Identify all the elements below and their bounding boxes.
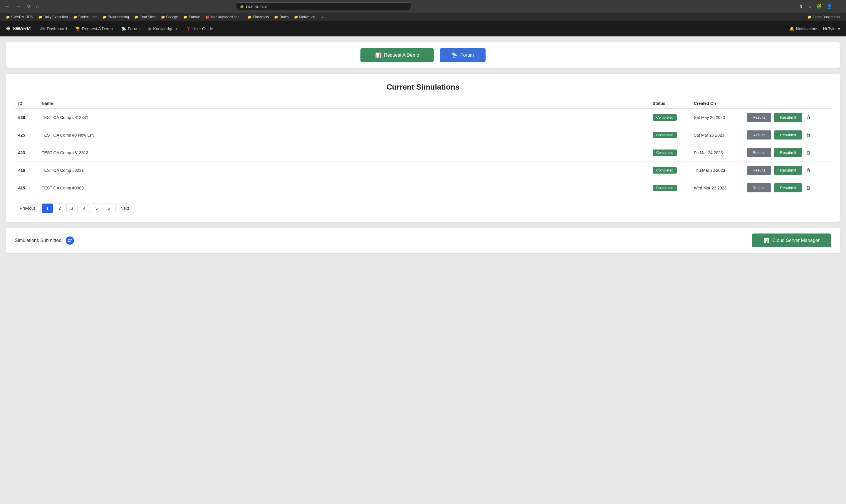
nav-user-guide[interactable]: ❓ User Guide (182, 24, 217, 34)
status-badge: Completed (653, 149, 677, 156)
help-icon: ❓ (186, 26, 191, 31)
cell-actions: Results Resubmit 🗑 (743, 126, 831, 144)
table-row: 528 TEST OA Comp #812341 Completed Sat M… (15, 108, 831, 126)
simulations-table: ID Name Status Created On 528 TEST OA Co… (15, 99, 831, 197)
column-created: Created On (690, 99, 743, 108)
page-2-button[interactable]: 2 (54, 203, 65, 213)
results-button[interactable]: Results (747, 166, 771, 175)
nav-forum[interactable]: 📡 Forum (118, 24, 143, 34)
column-id: ID (15, 99, 38, 108)
column-name: Name (38, 99, 649, 108)
page-6-button[interactable]: 6 (103, 203, 114, 213)
bookmarks-more-button[interactable]: » (319, 14, 326, 20)
other-bookmarks-button[interactable]: 📁 Other Bookmarks (805, 14, 843, 20)
submitted-label: Simulations Submitted: 27 (15, 236, 74, 245)
profile-icon[interactable]: 👤 (825, 3, 833, 10)
results-button[interactable]: Results (747, 148, 771, 157)
delete-button[interactable]: 🗑 (805, 184, 812, 192)
bookmark-cool-sites[interactable]: 📁 Cool Sites (132, 14, 158, 20)
folder-icon: 📁 (134, 15, 138, 19)
folder-icon: 📁 (161, 15, 165, 19)
forum-button[interactable]: 📡 Forum (440, 48, 486, 62)
trophy-icon: 🏆 (75, 26, 80, 31)
app-logo[interactable]: ✳ SWARM (6, 25, 31, 32)
cloud-server-manager-button[interactable]: 📊 Cloud Server Manager (752, 234, 831, 247)
share-icon[interactable]: ⬆ (798, 3, 804, 10)
previous-page-button[interactable]: Previous (15, 203, 40, 213)
notifications-button[interactable]: 🔔 Notifications (789, 26, 818, 31)
folder-icon: 📁 (183, 15, 187, 19)
resubmit-button[interactable]: Resubmit (774, 166, 802, 175)
cell-status: Completed (649, 162, 690, 179)
browser-toolbar: ← → ↺ ⌂ 🔒 swarmsim.io ⬆ ☆ 🧩 👤 ⋮ (0, 0, 846, 13)
action-card: 📊 Request A Demo 📡 Forum (6, 42, 840, 68)
bookmark-codex-labs[interactable]: 📁 Codex Labs (71, 14, 100, 20)
folder-icon: 📁 (38, 15, 42, 19)
results-button[interactable]: Results (747, 113, 771, 122)
delete-button[interactable]: 🗑 (805, 114, 812, 121)
next-page-button[interactable]: Next (115, 203, 134, 213)
bookmark-financials[interactable]: 📁 Financials (245, 14, 271, 20)
nav-knowledge[interactable]: ⊞ Knowledge (144, 24, 181, 34)
bookmark-motivation[interactable]: 📁 Motivation (292, 14, 318, 20)
cloud-icon: 📊 (763, 238, 769, 243)
cell-status: Completed (649, 144, 690, 162)
bookmark-mac-keyboard[interactable]: 🍎 Mac keyboard sho... (203, 14, 245, 20)
resubmit-button[interactable]: Resubmit (774, 113, 802, 122)
simulations-title: Current Simulations (15, 83, 831, 92)
delete-button[interactable]: 🗑 (805, 131, 812, 139)
bookmark-programming[interactable]: 📁 Programming (100, 14, 131, 20)
user-menu-button[interactable]: Hi Tyler ▾ (823, 26, 840, 31)
nav-right: 🔔 Notifications Hi Tyler ▾ (789, 26, 840, 31)
cell-id: 416 (15, 162, 38, 179)
delete-button[interactable]: 🗑 (805, 166, 812, 174)
status-badge: Completed (653, 132, 677, 138)
bookmark-swarm-rds[interactable]: 📁 SWARM RDS (3, 14, 35, 20)
chart-icon: 📊 (375, 52, 381, 58)
cell-actions: Results Resubmit 🗑 (743, 162, 831, 179)
delete-button[interactable]: 🗑 (805, 149, 812, 157)
app-nav: ✳ SWARM 🎮 Dashboard 🏆 Request A Demo 📡 F… (0, 21, 846, 36)
page-3-button[interactable]: 3 (66, 203, 77, 213)
back-button[interactable]: ← (3, 3, 12, 10)
resubmit-button[interactable]: Resubmit (774, 183, 802, 192)
bookmark-purdue[interactable]: 📁 Purdue (181, 14, 202, 20)
lock-icon: 🔒 (240, 4, 244, 8)
page-4-button[interactable]: 4 (79, 203, 90, 213)
folder-icon: 📁 (294, 15, 298, 19)
results-button[interactable]: Results (747, 183, 771, 192)
page-1-button[interactable]: 1 (42, 203, 53, 213)
extension-icon[interactable]: 🧩 (815, 3, 823, 10)
bookmark-college[interactable]: 📁 College (159, 14, 181, 20)
cell-name: TEST OA Comp #812341 (38, 108, 649, 126)
address-bar[interactable]: 🔒 swarmsim.io (235, 2, 412, 10)
request-demo-button[interactable]: 📊 Request A Demo (360, 48, 434, 62)
bookmark-daily-execution[interactable]: 📁 Daily Execution (36, 14, 70, 20)
resubmit-button[interactable]: Resubmit (774, 130, 802, 140)
refresh-button[interactable]: ↺ (25, 3, 32, 10)
folder-icon: 📁 (248, 15, 252, 19)
dashboard-icon: 🎮 (40, 26, 45, 31)
cell-name: TEST OA Comp #813513 (38, 144, 649, 162)
app-name: SWARM (13, 26, 31, 32)
table-row: 423 TEST OA Comp #813513 Completed Fri M… (15, 144, 831, 162)
forward-button[interactable]: → (14, 3, 22, 10)
cell-created: Sat May 20 2023 (690, 108, 743, 126)
submitted-count: 27 (66, 236, 74, 245)
results-button[interactable]: Results (747, 130, 771, 140)
home-button[interactable]: ⌂ (34, 3, 41, 10)
bookmark-star-icon[interactable]: ☆ (807, 3, 813, 10)
menu-icon[interactable]: ⋮ (836, 3, 843, 10)
folder-icon: 📁 (274, 15, 278, 19)
url-text: swarmsim.io (246, 4, 267, 8)
nav-dashboard[interactable]: 🎮 Dashboard (36, 24, 71, 34)
cell-status: Completed (649, 179, 690, 197)
status-badge: Completed (653, 167, 677, 174)
bookmark-dates[interactable]: 📁 Dates (272, 14, 291, 20)
folder-icon: 📁 (6, 15, 10, 19)
table-row: 415 TEST OA Comp #8989 Completed Wed Mar… (15, 179, 831, 197)
cell-id: 423 (15, 144, 38, 162)
resubmit-button[interactable]: Resubmit (774, 148, 802, 157)
nav-request-demo[interactable]: 🏆 Request A Demo (72, 24, 116, 34)
page-5-button[interactable]: 5 (91, 203, 102, 213)
